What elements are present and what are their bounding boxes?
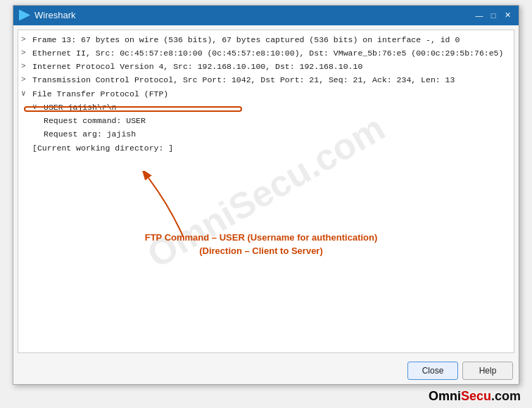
annotation-text: FTP Command – USER (Username for authent… bbox=[127, 231, 395, 258]
req-arg-text: Request arg: jajish bbox=[44, 128, 136, 140]
ethernet-row-text: Ethernet II, Src: 0c:45:57:e8:10:00 (0c:… bbox=[32, 47, 503, 59]
wireshark-window: Wireshark — □ ✕ OmniSecu.com Frame 13: 6… bbox=[13, 5, 519, 385]
title-bar: Wireshark — □ ✕ bbox=[13, 6, 519, 25]
tcp-row-text: Transmission Control Protocol, Src Port:… bbox=[32, 74, 455, 86]
maximize-button[interactable]: □ bbox=[488, 10, 499, 21]
footer-dotcom: .com bbox=[491, 389, 521, 403]
ethernet-row[interactable]: Ethernet II, Src: 0c:45:57:e8:10:00 (0c:… bbox=[18, 46, 514, 60]
wireshark-icon bbox=[19, 10, 30, 21]
req-cmd-text: Request command: USER bbox=[44, 115, 146, 127]
tcp-row[interactable]: Transmission Control Protocol, Src Port:… bbox=[18, 73, 514, 87]
user-row-text: USER jajish\r\n bbox=[44, 101, 117, 113]
footer-secu: Secu bbox=[461, 389, 491, 403]
frame-row-text: Frame 13: 67 bytes on wire (536 bits), 6… bbox=[32, 34, 460, 46]
req-cmd-row[interactable]: Request command: USER bbox=[18, 114, 514, 127]
help-button[interactable]: Help bbox=[462, 362, 513, 380]
window-title: Wireshark bbox=[34, 10, 474, 20]
expand-arrow bbox=[21, 47, 30, 59]
cwd-text: [Current working directory: ] bbox=[32, 142, 173, 154]
minimize-button[interactable]: — bbox=[474, 10, 485, 21]
expand-arrow bbox=[21, 60, 30, 72]
user-row[interactable]: USER jajish\r\n bbox=[18, 101, 514, 114]
ftp-row-text: File Transfer Protocol (FTP) bbox=[32, 88, 168, 100]
ip-row[interactable]: Internet Protocol Version 4, Src: 192.16… bbox=[18, 60, 514, 73]
bottom-bar: Close Help bbox=[13, 357, 519, 384]
expand-arrow bbox=[21, 88, 30, 100]
close-window-button[interactable]: ✕ bbox=[502, 10, 513, 21]
annotation-line2: (Direction – Client to Server) bbox=[127, 244, 395, 258]
req-arg-row[interactable]: Request arg: jajish bbox=[18, 127, 514, 141]
footer-omni: Omni bbox=[429, 389, 461, 403]
packet-detail-panel: OmniSecu.com Frame 13: 67 bytes on wire … bbox=[18, 30, 514, 353]
expand-arrow bbox=[32, 101, 41, 113]
footer: OmniSecu.com bbox=[429, 389, 532, 404]
frame-row[interactable]: Frame 13: 67 bytes on wire (536 bits), 6… bbox=[18, 33, 514, 46]
cwd-row[interactable]: [Current working directory: ] bbox=[18, 141, 514, 155]
ftp-row[interactable]: File Transfer Protocol (FTP) bbox=[18, 87, 514, 101]
window-controls: — □ ✕ bbox=[474, 10, 513, 21]
close-button[interactable]: Close bbox=[407, 362, 458, 380]
expand-arrow bbox=[21, 74, 30, 86]
expand-arrow bbox=[21, 34, 30, 46]
annotation-line1: FTP Command – USER (Username for authent… bbox=[127, 231, 395, 245]
annotation-arrow bbox=[127, 171, 254, 241]
ip-row-text: Internet Protocol Version 4, Src: 192.16… bbox=[32, 60, 362, 72]
